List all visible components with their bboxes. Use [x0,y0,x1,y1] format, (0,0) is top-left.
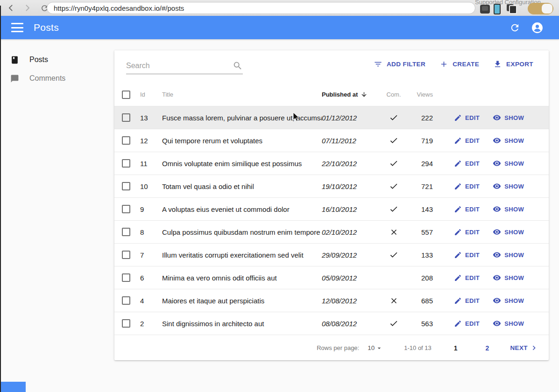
show-button[interactable]: SHOW [493,205,524,213]
dropdown-caret-icon [375,344,383,352]
eye-icon [493,296,501,305]
cell-title: Qui tempore rerum et voluptates [162,137,322,145]
edit-button[interactable]: EDIT [454,274,480,282]
edit-button[interactable]: EDIT [454,251,480,259]
select-all-checkbox[interactable] [122,91,130,99]
edit-button[interactable]: EDIT [454,182,480,190]
table-body: 13 Fusce massa lorem, pulvinar a posuere… [114,106,549,335]
cell-id: 11 [140,160,162,168]
row-checkbox[interactable] [122,296,130,305]
show-button[interactable]: SHOW [493,273,524,282]
edit-button[interactable]: EDIT [454,205,480,213]
tablet-icon[interactable] [480,5,490,14]
table-row[interactable]: 12 Qui tempore rerum et voluptates 07/11… [114,129,549,152]
pencil-icon [454,228,462,236]
header-views[interactable]: Views [409,91,433,98]
search-input[interactable] [126,62,233,70]
show-button[interactable]: SHOW [493,182,524,190]
edit-button[interactable]: EDIT [454,228,480,236]
sidebar-item-comments[interactable]: Comments [0,69,114,88]
table-row[interactable]: 10 Totam vel quasi a odio et nihil 19/10… [114,175,549,198]
back-arrow-icon [7,4,15,12]
url-bar[interactable]: https://ryn0y4pxlq.codesandbox.io/#/post… [47,2,475,14]
table-row[interactable]: 13 Fusce massa lorem, pulvinar a posuere… [114,106,549,129]
table-row[interactable]: 8 Culpa possimus quibusdam nostrum enim … [114,221,549,244]
cell-views: 721 [409,182,433,190]
rows-per-page-select[interactable]: 10 [368,344,383,352]
table-row[interactable]: 4 Maiores et itaque aut perspiciatis 12/… [114,289,549,312]
create-label: CREATE [453,61,479,68]
search-field[interactable] [126,61,243,74]
account-circle-icon[interactable] [531,22,543,34]
create-button[interactable]: CREATE [439,60,479,69]
header-title[interactable]: Title [162,91,322,98]
show-button-label: SHOW [504,114,524,121]
cell-published-at: 19/10/2012 [322,182,379,190]
table-header: Id Title Published at Com. Views [114,83,549,106]
row-checkbox[interactable] [122,136,130,145]
export-button[interactable]: EXPORT [493,60,533,69]
show-button[interactable]: SHOW [493,251,524,259]
check-icon [389,204,398,214]
pencil-icon [454,320,462,328]
row-checkbox[interactable] [122,273,130,282]
config-toggle[interactable] [528,3,553,14]
sidebar-item-posts[interactable]: Posts [0,50,114,69]
row-checkbox[interactable] [122,205,130,213]
add-filter-button[interactable]: ADD FILTER [374,60,425,69]
appbar: Posts [0,16,559,39]
back-button[interactable] [5,2,17,14]
cell-title: Illum veritatis corrupti exercitationem … [162,251,322,259]
row-checkbox[interactable] [122,113,130,122]
show-button[interactable]: SHOW [493,228,524,236]
show-button[interactable]: SHOW [493,113,524,122]
header-published-at[interactable]: Published at [322,91,379,98]
row-checkbox[interactable] [122,228,130,236]
edit-button[interactable]: EDIT [454,114,480,122]
show-button[interactable]: SHOW [493,136,524,145]
next-page-button[interactable]: NEXT [510,343,538,352]
cell-title: Fusce massa lorem, pulvinar a posuere ut… [162,114,322,122]
edit-button-label: EDIT [465,206,480,213]
table-row[interactable]: 7 Illum veritatis corrupti exercitatione… [114,244,549,266]
edit-button[interactable]: EDIT [454,320,480,328]
row-checkbox[interactable] [122,319,130,328]
row-checkbox[interactable] [122,251,130,259]
phone-icon[interactable] [494,4,501,14]
supported-configuration-overlay: Supported Configuration [466,0,559,16]
cell-published-at: 16/10/2012 [322,205,379,213]
page-button-1[interactable]: 1 [454,344,458,352]
check-icon [389,136,398,145]
show-button[interactable]: SHOW [493,159,524,168]
pencil-icon [454,114,462,122]
edit-button[interactable]: EDIT [454,160,480,168]
table-row[interactable]: 2 Sint dignissimos in architecto aut 08/… [114,312,549,335]
next-label: NEXT [510,344,528,351]
devices-icon[interactable] [507,4,517,14]
menu-icon[interactable] [11,23,23,32]
show-button[interactable]: SHOW [493,319,524,328]
pencil-icon [454,205,462,213]
forward-button[interactable] [21,2,34,14]
refresh-button[interactable] [509,22,520,33]
row-checkbox[interactable] [122,159,130,168]
edit-button[interactable]: EDIT [454,137,480,145]
table-row[interactable]: 9 A voluptas eius eveniet ut commodi dol… [114,198,549,221]
window-left-edge [0,6,1,392]
cell-title: Maiores et itaque aut perspiciatis [162,297,322,305]
page-button-2[interactable]: 2 [486,344,489,352]
cell-id: 12 [140,137,162,145]
show-button[interactable]: SHOW [493,296,524,305]
rows-per-page-label: Rows per page: [317,344,359,351]
show-button-label: SHOW [504,183,524,190]
header-commentable[interactable]: Com. [379,91,409,98]
show-button-label: SHOW [504,320,524,327]
table-row[interactable]: 6 Minima ea vero omnis odit officiis aut… [114,266,549,289]
cell-id: 2 [140,320,162,328]
cell-published-at: 08/08/2012 [322,320,379,328]
show-button-label: SHOW [504,206,524,213]
header-id[interactable]: Id [140,91,162,98]
table-row[interactable]: 11 Omnis voluptate enim similique est po… [114,152,549,175]
edit-button[interactable]: EDIT [454,297,480,305]
row-checkbox[interactable] [122,182,130,190]
